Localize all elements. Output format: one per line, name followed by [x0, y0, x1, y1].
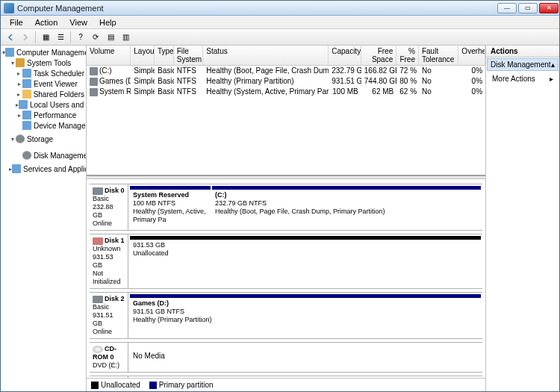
disk-state: Online [93, 220, 125, 228]
close-button[interactable]: ✕ [539, 3, 559, 13]
legend-unallocated: Unallocated [91, 381, 140, 389]
toolbar: ▦ ☰ ? ⟳ ▤ ▥ [1, 29, 559, 46]
volume-row[interactable]: Games (D:) SimpleBasicNTFSHealthy (Prima… [87, 76, 485, 87]
titlebar[interactable]: Computer Management — ▭ ✕ [1, 1, 559, 16]
cell: 931.51 GB [329, 76, 361, 87]
cell: NTFS [174, 76, 204, 87]
more-actions[interactable]: More Actions▸ [486, 72, 559, 86]
col-filesystem[interactable]: File System [174, 46, 204, 65]
tree-shared-folders[interactable]: ▸Shared Folders [1, 89, 86, 99]
tree-label: Task Scheduler [34, 69, 84, 78]
col-freespace[interactable]: Free Space [361, 46, 396, 65]
menu-file[interactable]: File [4, 16, 29, 28]
partition-info: 232.79 GB NTFS [215, 199, 478, 208]
tree-label: Computer Management (Local) [16, 49, 87, 57]
tree-performance[interactable]: ▸Performance [1, 110, 86, 120]
no-media: No Media [128, 343, 482, 372]
cell: 100 MB [329, 87, 361, 97]
tree-label: System Tools [27, 59, 71, 67]
disk-label: Disk 2 [105, 295, 125, 302]
volume-list[interactable]: (C:) SimpleBasicNTFSHealthy (Boot, Page … [87, 66, 485, 176]
partition-name: Games (D:) [133, 299, 478, 308]
col-volume[interactable]: Volume [87, 46, 131, 65]
tree-local-users[interactable]: ▸Local Users and Groups [1, 99, 86, 110]
menubar: File Action View Help [1, 16, 559, 29]
tree-label: Disk Management [34, 152, 87, 160]
partition[interactable]: (C:) 232.79 GB NTFS Healthy (Boot, Page … [212, 186, 481, 228]
legend-primary: Primary partition [149, 381, 214, 389]
disk-info: Disk 2 Basic 931.51 GB Online [90, 293, 128, 338]
col-layout[interactable]: Layout [131, 46, 155, 65]
cell: Basic [155, 76, 174, 87]
tree-storage[interactable]: ▾Storage [1, 131, 86, 147]
partition-unallocated[interactable]: 931.53 GB Unallocated [130, 236, 481, 287]
volume-row[interactable]: System Reserved SimpleBasicNTFSHealthy (… [87, 87, 485, 97]
tree-system-tools[interactable]: ▾System Tools [1, 57, 86, 68]
disk-info: Disk 1 Unknown 931.53 GB Not Initialized [90, 234, 128, 288]
partition[interactable]: System Reserved 100 MB NTFS Healthy (Sys… [130, 186, 211, 228]
forward-button[interactable] [19, 31, 32, 44]
cell: NTFS [174, 66, 204, 76]
up-button[interactable]: ▦ [39, 31, 52, 44]
toolbar-icon[interactable]: ▥ [119, 31, 132, 44]
cell: Simple [131, 76, 155, 87]
volume-name: (C:) [99, 66, 112, 75]
col-pctfree[interactable]: % Free [396, 46, 419, 65]
disk-2[interactable]: Disk 2 Basic 931.51 GB Online Games (D:)… [90, 292, 482, 339]
disk-0[interactable]: Disk 0 Basic 232.88 GB Online System Res… [90, 184, 482, 231]
volume-row[interactable]: (C:) SimpleBasicNTFSHealthy (Boot, Page … [87, 66, 485, 76]
help-button[interactable]: ? [74, 31, 87, 44]
tree-disk-management[interactable]: Disk Management [1, 147, 86, 164]
properties-button[interactable]: ☰ [54, 31, 67, 44]
menu-view[interactable]: View [63, 16, 93, 28]
menu-help[interactable]: Help [93, 16, 122, 28]
actions-selection[interactable]: Disk Management ▴ [487, 58, 559, 71]
partition[interactable]: Games (D:) 931.51 GB NTFS Healthy (Prima… [130, 294, 481, 337]
cdrom-0[interactable]: CD-ROM 0 DVD (E:) No Media [90, 342, 482, 373]
back-button[interactable] [4, 31, 17, 44]
maximize-button[interactable]: ▭ [518, 3, 538, 13]
nav-tree[interactable]: ▾Computer Management (Local) ▾System Too… [1, 46, 87, 391]
col-capacity[interactable]: Capacity [329, 46, 361, 65]
col-type[interactable]: Type [155, 46, 174, 65]
partitions: 931.53 GB Unallocated [128, 234, 482, 288]
cell: 166.82 GB [361, 66, 396, 76]
disk-state: Not Initialized [93, 270, 125, 286]
cell: 0% [458, 66, 485, 76]
tree-event-viewer[interactable]: ▸Event Viewer [1, 78, 86, 89]
legend-label: Primary partition [159, 381, 214, 389]
col-fault-tolerance[interactable]: Fault Tolerance [419, 46, 458, 65]
cell: 62 % [396, 87, 419, 97]
refresh-button[interactable]: ⟳ [89, 31, 102, 44]
cell: NTFS [174, 87, 204, 97]
tree-task-scheduler[interactable]: ▸Task Scheduler [1, 68, 86, 78]
disk-graphical-view[interactable]: Disk 0 Basic 232.88 GB Online System Res… [87, 179, 485, 378]
tree-device-manager[interactable]: Device Manager [1, 120, 86, 131]
partition-status: Unallocated [133, 249, 478, 258]
cell: Healthy (Boot, Page File, Crash Dump, Pr… [203, 66, 329, 76]
partitions: Games (D:) 931.51 GB NTFS Healthy (Prima… [128, 293, 482, 338]
chevron-right-icon: ▸ [550, 75, 553, 83]
col-overhead[interactable]: Overhead [458, 46, 485, 65]
volume-name: Games (D:) [99, 77, 131, 85]
partition-info: 100 MB NTFS [133, 199, 208, 208]
cell: No [419, 87, 458, 97]
cell: Simple [131, 87, 155, 97]
disk-1[interactable]: Disk 1 Unknown 931.53 GB Not Initialized… [90, 234, 482, 289]
toolbar-icon[interactable]: ▤ [104, 31, 117, 44]
menu-action[interactable]: Action [29, 16, 64, 28]
actions-selection-label: Disk Management [491, 60, 551, 69]
cell: 62 MB [361, 87, 396, 97]
minimize-button[interactable]: — [497, 3, 517, 13]
cell: No [419, 66, 458, 76]
col-status[interactable]: Status [203, 46, 329, 65]
cell: Basic [155, 87, 174, 97]
tree-root[interactable]: ▾Computer Management (Local) [1, 47, 86, 57]
tree-label: Services and Applications [23, 165, 87, 173]
volume-name: System Reserved [99, 87, 131, 96]
disk-type: Unknown [93, 245, 125, 253]
volume-header[interactable]: Volume Layout Type File System Status Ca… [87, 46, 485, 66]
disk-type: Basic [93, 303, 125, 311]
actions-header: Actions [486, 46, 559, 57]
tree-services[interactable]: ▸Services and Applications [1, 164, 86, 174]
